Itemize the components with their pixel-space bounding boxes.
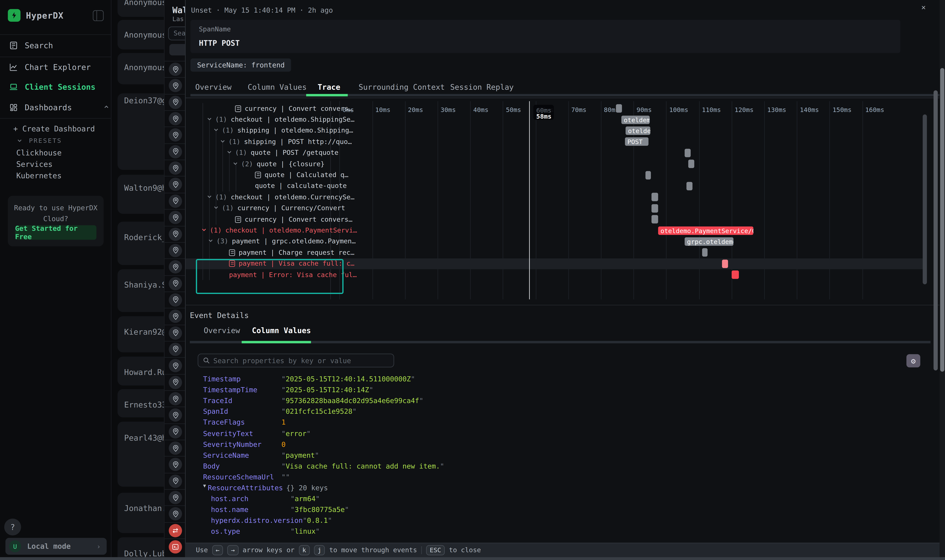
close-icon[interactable]: ✕ [921,3,926,12]
property-row[interactable]: TraceFlags1 [203,418,286,427]
tab-overview[interactable]: Overview [204,326,240,335]
tab-column-values[interactable]: Column Values [248,83,307,92]
chevron-down-icon[interactable] [227,149,235,157]
property-key[interactable]: TraceId [203,397,282,405]
local-mode-menu[interactable]: U Local mode › [5,538,106,555]
preset-link-clickhouse[interactable]: Clickhouse [16,148,62,157]
session-event-row[interactable] [165,275,185,291]
property-key[interactable]: Body [203,462,282,471]
session-card[interactable] [117,175,164,214]
property-row[interactable]: TimestampTime"2025-05-15T12:40:14Z" [203,386,373,394]
property-row[interactable]: Body"Visa cache full: cannot add new ite… [203,462,444,471]
span-duration-bar[interactable] [684,149,691,157]
property-key[interactable]: os.type [211,527,290,536]
trace-tree-row[interactable]: quote | calculate-quote [255,181,347,192]
session-event-row[interactable] [165,160,185,176]
trace-tree-row[interactable]: (1)checkout | oteldemo.PaymentServi… [201,225,357,236]
tab-trace[interactable]: Trace [318,83,340,92]
session-event-row[interactable] [165,258,185,275]
session-event-row[interactable] [165,291,185,308]
span-duration-bar[interactable]: oteldemo. [621,115,650,124]
collapse-sidebar-icon[interactable] [93,10,104,21]
span-duration-bar[interactable] [686,182,692,191]
property-row[interactable]: TraceId"957362828baa84dc02d95a4e6e99ca4f… [203,397,424,405]
service-name-chip[interactable]: ServiceName: frontend [190,58,291,72]
trace-tree-row[interactable]: (2)quote | {closure} [233,158,325,169]
session-event-row[interactable] [165,390,185,407]
span-duration-bar[interactable] [616,104,622,113]
span-duration-bar[interactable]: oteldemo.PaymentService/Char [658,226,753,235]
session-event-row[interactable] [165,456,185,472]
trace-tree-row[interactable]: payment | Charge request rec… [229,247,355,258]
property-key[interactable]: TraceFlags [203,418,282,427]
window-scrollbar[interactable] [940,68,944,372]
property-row[interactable]: Timestamp"2025-05-15T12:40:14.511000000Z… [203,375,415,383]
tab-overview[interactable]: Overview [195,83,231,92]
property-row[interactable]: host.name"3fbc80775a5e" [211,506,349,514]
span-duration-bar[interactable]: oteldemo [626,126,650,135]
chevron-down-icon[interactable] [213,127,222,134]
session-event-row[interactable] [165,127,185,143]
collapse-triangle-icon[interactable]: ▼ [203,483,206,492]
session-event-row[interactable] [165,209,185,226]
property-row[interactable]: host.arch"arm64" [211,494,320,503]
sidebar-item-dashboards[interactable]: Dashboards [9,102,72,112]
trace-tree-row[interactable]: (1)quote | POST /getquote [227,147,339,158]
chevron-down-icon[interactable] [220,138,228,146]
span-duration-bar[interactable] [688,160,694,168]
property-row[interactable]: ResourceSchemaUrl"" [203,473,290,482]
drawer-scrollbar[interactable] [934,90,938,370]
property-key[interactable]: hyperdx.distro.version [211,516,303,525]
tab-column-values[interactable]: Column Values [252,326,311,335]
session-event-row[interactable] [165,489,185,506]
session-event-row[interactable] [165,506,185,522]
trace-tree-row[interactable]: currency | Convert convers… [235,103,353,114]
property-key[interactable]: ServiceName [203,451,282,459]
trace-tree-row[interactable]: (1)checkout | oteldemo.ShippingSe… [207,114,355,125]
create-dashboard-link[interactable]: + Create Dashboard [13,124,95,133]
property-key[interactable]: TimestampTime [203,386,282,394]
session-event-row[interactable] [165,308,185,325]
sidebar-item-search[interactable]: Search [9,40,53,50]
tab-surrounding-context[interactable]: Surrounding Context [359,83,445,92]
trace-tree-row[interactable]: quote | Calculated q… [255,169,348,181]
property-key[interactable]: Timestamp [203,375,282,383]
session-event-row[interactable] [165,440,185,456]
span-duration-bar[interactable] [722,260,728,268]
property-row[interactable]: os.type"linux" [211,527,320,536]
span-duration-bar[interactable] [651,204,658,212]
session-search-input[interactable]: Sea [168,26,185,40]
session-event-row[interactable] [165,94,185,110]
session-card[interactable] [117,269,164,312]
property-row[interactable]: ServiceName"payment" [203,451,319,459]
session-event-row[interactable] [165,325,185,341]
session-event-row[interactable] [165,522,185,538]
session-event-row[interactable] [165,472,185,489]
property-key[interactable]: ResourceSchemaUrl [203,473,282,482]
span-duration-bar[interactable] [702,248,708,257]
session-event-row[interactable] [165,242,185,258]
session-event-row[interactable] [165,538,185,555]
sidebar-item-chart-explorer[interactable]: Chart Explorer [9,62,91,72]
presets-header[interactable]: PRESETS [17,137,62,144]
chevron-down-icon[interactable] [233,160,241,168]
property-row[interactable]: SeverityText"error" [203,429,311,438]
span-duration-bar[interactable]: grpc.oteldemo. [684,237,734,246]
session-event-row[interactable] [165,423,185,440]
sidebar-item-client-sessions[interactable]: Client Sessions [9,82,96,92]
chevron-down-icon[interactable] [208,238,216,245]
session-event-row[interactable] [165,226,185,242]
session-event-row[interactable] [165,176,185,192]
trace-tree-row[interactable]: (3)payment | grpc.oteldemo.Paymen… [208,236,356,247]
span-duration-bar[interactable] [651,215,658,224]
session-event-row[interactable] [165,61,185,77]
preset-link-kubernetes[interactable]: Kubernetes [16,171,62,180]
property-key[interactable]: host.name [211,506,290,514]
tab-session-replay[interactable]: Session Replay [450,83,513,92]
trace-tree-row[interactable]: (1)shipping | oteldemo.Shipping… [213,125,353,136]
session-event-row[interactable] [165,192,185,209]
session-event-row[interactable] [165,143,185,160]
session-filter-button[interactable]: H [169,44,185,55]
property-search[interactable]: Search properties by key or value [198,354,394,368]
property-row[interactable]: ▼ResourceAttributes{} 20 keys [203,484,328,492]
